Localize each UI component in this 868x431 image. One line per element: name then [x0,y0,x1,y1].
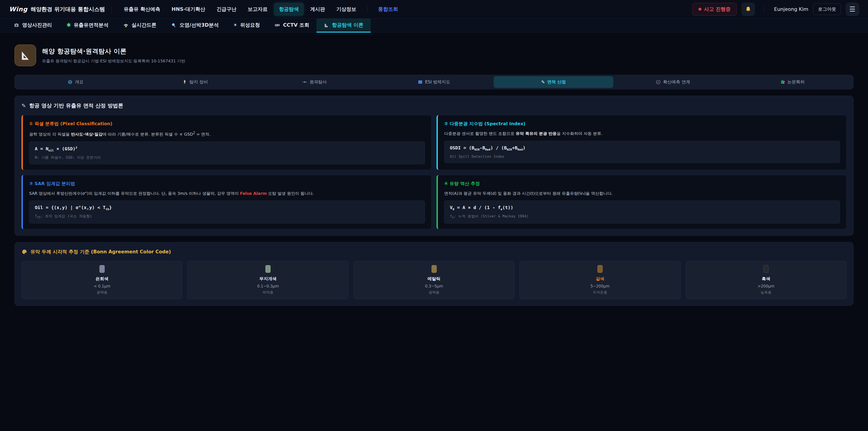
incident-dot-icon [699,8,702,11]
subtab-realtime-drone[interactable]: 실시간드론 [116,19,164,33]
subtab-cctv[interactable]: CCTV 조회 [267,19,316,33]
tab-papers-patents[interactable]: 논문특허 [733,76,852,88]
pencil-icon: ✎ [541,80,545,84]
subtab-image-photo-management[interactable]: 영상사진관리 [6,19,59,33]
nav-item-aerial-search[interactable]: 항공탐색 [274,3,304,16]
subtab-label: 항공탐색 이론 [332,22,364,29]
tab-overview[interactable]: 개요 [16,76,135,88]
nav-item-weather[interactable]: 기상정보 [331,3,361,16]
formula-note: Tth: 최적 임계값 (국소 적응형) [35,214,419,219]
bell-icon [745,6,752,13]
bonn-layer: 광택층 [26,290,178,295]
tab-detection-equipment[interactable]: 탐지 장비 [135,76,255,88]
nav-item-integrated-search[interactable]: 통합조회 [373,3,403,16]
area-methods-card: ✎ 항공 영상 기반 유출유 면적 산정 방법론 ① 픽셀 분류법 (Pixel… [14,96,854,236]
bonn-heading-text: 유막 두께 시각적 추정 기준 (Bonn Agreement Color Co… [31,249,171,255]
bonn-cell-brown: 갈색 5~200μm 두꺼운층 [520,261,680,299]
bonn-layer: 농축층 [690,290,842,295]
formula-box: V0 = A × d / (1 - fe(t)) fe: 누적 증발비 (Sti… [444,201,840,223]
bonn-heading: 유막 두께 시각적 추정 기준 (Bonn Agreement Color Co… [22,249,846,255]
methods-grid: ① 픽셀 분류법 (Pixel Classification) 광학 영상의 각… [22,115,846,229]
bonn-cell-silver-gray: 은회색 < 0.1μm 광택층 [22,261,182,299]
logout-button[interactable]: 로그아웃 [813,3,841,15]
color-swatch [266,265,271,273]
books-icon [780,80,785,85]
set-square-icon [20,50,31,61]
palette-icon [22,249,27,255]
tab-area-estimation[interactable]: ✎ 면적 산정 [494,76,613,88]
subtab-label: 위성요청 [240,22,260,29]
notifications-button[interactable] [742,3,755,16]
bonn-range: < 0.1μm [26,284,178,288]
map-icon [418,80,423,85]
method-body: SAR 영상에서 후방산란계수(σ°)의 임계값 이하를 유막으로 판정합니다.… [29,190,425,196]
bonn-name: 메탈릭 [358,276,510,282]
tab-label: 확산예측 연계 [663,79,690,85]
nav-item-hns[interactable]: HNS·대기확산 [166,3,210,16]
formula-note: fe: 누적 증발비 (Stiver & Mackay 1984) [450,214,834,219]
section-tabs: 개요 탐지 장비 원격탐사 ESI 방제지도 ✎ 면적 산정 [14,75,854,89]
subtab-label: CCTV 조회 [283,22,309,29]
bonn-range: >200μm [690,284,842,288]
subtab-label: 실시간드론 [131,22,156,29]
main-nav: 유출유 확산예측 HNS·대기확산 긴급구난 보고자료 항공탐색 게시판 기상정… [119,3,403,16]
method-body: 광학 영상의 각 픽셀을 반사도·색상·질감에 따라 기름/해수로 분류. 분류… [29,130,425,137]
nav-item-rescue[interactable]: 긴급구난 [212,3,241,16]
color-swatch [763,265,769,273]
subtab-aerial-search-theory[interactable]: 항공탐색 이론 [316,19,371,33]
method-card-spectral-index: ② 다중분광 지수법 (Spectral Index) 다중분광 센서로 촬영한… [436,115,846,170]
bonn-cell-rainbow: 무지개색 0.1~0.3μm 박막층 [187,261,348,299]
cctv-icon [274,22,280,28]
tab-remote-sensing[interactable]: 원격탐사 [255,76,374,88]
method-body: 면적(A)과 평균 유막 두께(d) 및 풍화 경과 시간(t)으로부터 원래 … [444,190,840,196]
tab-label: ESI 방제지도 [425,79,450,85]
formula-box: OSDI = (BNIR-BRed) / (BNIR+BRed) Oil Spi… [444,141,840,163]
incident-badge-label: 사고 진행중 [704,6,731,13]
bonn-range: 0.1~0.3μm [192,284,344,288]
bonn-name: 무지개색 [192,276,344,282]
bonn-layer: 박막층 [192,290,344,295]
tab-esi-map[interactable]: ESI 방제지도 [374,76,494,88]
satellite-icon [302,80,307,85]
tab-diffusion-link[interactable]: 확산예측 연계 [613,76,733,88]
bonn-name: 흑색 [690,276,842,282]
color-swatch [597,265,602,273]
bonn-name: 은회색 [26,276,178,282]
divider [764,6,765,13]
page-icon-box [14,44,36,66]
set-square-icon [324,22,329,28]
tab-label: 개요 [75,79,84,85]
page-subtitle: 유출유 원격탐지·항공감시 기법·ESI 방제정보지도·등록특허 10-1567… [42,58,185,64]
subtab-oil-area-analysis[interactable]: ✱ 유출유면적분석 [59,19,116,33]
tab-label: 탐지 장비 [189,79,208,85]
hamburger-menu-button[interactable]: ☰ [846,3,859,16]
bonn-color-code-card: 유막 두께 시각적 추정 기준 (Bonn Agreement Color Co… [14,242,854,306]
bonn-name: 갈색 [524,276,676,282]
method-title: ① 픽셀 분류법 (Pixel Classification) [29,121,425,127]
subtab-pollution-ship-3d[interactable]: 오염/선박3D분석 [164,19,226,33]
formula-box: A = Noil × (GSD)2 N: 기름 픽셀수, GSD: 지상 표본거… [29,142,425,164]
incident-status-badge[interactable]: 사고 진행중 [692,3,737,16]
logo[interactable]: Wing 해양환경 위기대응 통합시스템 [9,6,105,13]
formula-note: Oil Spill Detection Index [450,154,834,159]
page-header: 해양 항공탐색·원격탐사 이론 유출유 원격탐지·항공감시 기법·ESI 방제정… [14,44,854,66]
method-title: ④ 유량 역산 추정 [444,181,840,187]
topbar: Wing 해양환경 위기대응 통합시스템 유출유 확산예측 HNS·대기확산 긴… [0,0,868,19]
method-card-volume-inversion: ④ 유량 역산 추정 면적(A)과 평균 유막 두께(d) 및 풍화 경과 시간… [436,175,846,229]
bonn-cell-metallic: 메탈릭 0.3~5μm 광택층 [353,261,515,299]
nav-item-board[interactable]: 게시판 [305,3,330,16]
satellite-icon: ✴ [233,23,237,28]
methods-heading: ✎ 항공 영상 기반 유출유 면적 산정 방법론 [22,102,846,109]
subtab-satellite-request[interactable]: ✴ 위성요청 [226,19,267,33]
nav-item-oil-spread[interactable]: 유출유 확산예측 [119,3,165,16]
tab-label: 면적 산정 [547,79,566,85]
topbar-right: 사고 진행중 Eunjeong Kim 로그아웃 ☰ [692,3,859,16]
subtab-label: 영상사진관리 [22,22,52,29]
rocket-icon [182,80,187,85]
method-card-sar-threshold: ③ SAR 임계값 분리법 SAR 영상에서 후방산란계수(σ°)의 임계값 이… [22,175,432,229]
pencil-icon: ✎ [22,102,26,109]
nav-item-reports[interactable]: 보고자료 [243,3,273,16]
tab-label: 원격탐사 [309,79,327,85]
brand-wing-logo: Wing [9,6,28,13]
user-name: Eunjeong Kim [774,6,808,12]
